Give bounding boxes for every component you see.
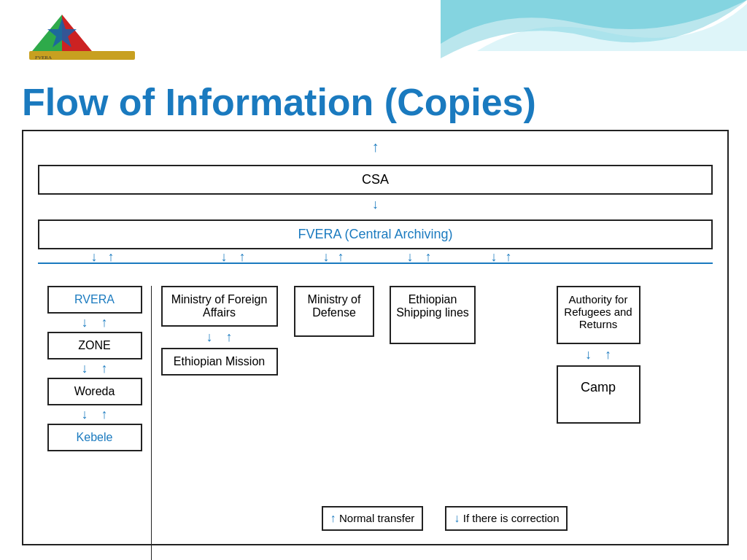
arrow-col1: ↓ [91, 249, 98, 265]
down-arrow-col2: ↓ [206, 330, 213, 345]
up-arrow-col2: ↑ [226, 330, 233, 345]
col5-arrows: ↓ ↑ [585, 347, 611, 362]
arrow-col5: ↓ [491, 249, 498, 265]
fvera-h-line [38, 262, 713, 264]
correction-label: If there is correction [463, 512, 560, 524]
csa-box: CSA [38, 165, 713, 195]
col1: RVERA ↓ ↑ ZONE ↓ ↑ Woreda ↓ ↑ Kebele [38, 280, 151, 451]
zone-box: ZONE [47, 332, 142, 359]
normal-transfer-arrow: ↑ [330, 512, 339, 524]
up-arrow-zone: ↑ [101, 315, 108, 330]
top-arrow-area: ↑ [31, 139, 720, 159]
rvera-zone-arrows: ↓ ↑ [82, 315, 108, 330]
normal-transfer-box: ↑ Normal transfer [322, 506, 424, 531]
up-arrow-kebele: ↑ [101, 407, 108, 422]
shipping-box: Ethiopian Shipping lines [390, 286, 476, 344]
top-up-arrow: ↑ [372, 139, 379, 155]
normal-transfer-label: Normal transfer [339, 512, 414, 524]
arrow-col4-up: ↑ [425, 249, 432, 265]
authority-box: Authority for Refugees and Returns [557, 286, 640, 344]
correction-box: ↓ If there is correction [445, 506, 568, 531]
woreda-kebele-arrows: ↓ ↑ [82, 407, 108, 422]
col4: Ethiopian Shipping lines [382, 280, 484, 344]
woreda-box: Woreda [47, 378, 142, 405]
up-arrow-woreda: ↑ [101, 361, 108, 376]
logo-image: FVERA [22, 7, 139, 62]
down-arrow-woreda: ↓ [82, 407, 88, 422]
svg-text:FVERA: FVERA [35, 55, 52, 61]
arrow-col1-up: ↑ [108, 249, 115, 265]
fvera-row: FVERA (Central Archiving) [38, 219, 713, 249]
arrow-col2-up: ↑ [239, 249, 246, 265]
fvera-arrows-row: ↓ ↓ ↓ ↓ ↓ ↑ ↑ ↑ ↑ ↑ [38, 249, 713, 277]
col2: Ministry of Foreign Affairs ↓ ↑ Ethiopia… [152, 280, 287, 376]
legend-row: ↑ Normal transfer ↓ If there is correcti… [184, 506, 705, 531]
arrow-col3-up: ↑ [338, 249, 344, 265]
col5: Authority for Refugees and Returns ↓ ↑ C… [484, 280, 713, 424]
arrow-col3: ↓ [323, 249, 330, 265]
rvera-box: RVERA [47, 286, 142, 314]
ethiopian-mission-box: Ethiopian Mission [161, 348, 278, 376]
correction-arrow: ↓ [454, 512, 462, 524]
logo: FVERA [15, 7, 146, 73]
down-arrow-zone: ↓ [82, 361, 88, 376]
fvera-box: FVERA (Central Archiving) [38, 219, 713, 249]
kebele-box: Kebele [47, 424, 142, 451]
page-title: Flow of Information (Copies) [22, 80, 536, 124]
camp-box: Camp [557, 365, 640, 424]
zone-woreda-arrows: ↓ ↑ [82, 361, 108, 376]
arrow-col5-up: ↑ [506, 249, 512, 265]
diagram-container: ↑ CSA ↓ FVERA (Central Archiving) ↓ ↓ ↓ … [22, 130, 729, 545]
arrow-col4: ↓ [407, 249, 414, 265]
csa-to-fvera-arrow: ↓ [31, 197, 720, 212]
csa-row: CSA [38, 165, 713, 195]
wave-decoration [441, 0, 747, 73]
down-arrow-col5: ↓ [585, 347, 592, 362]
ministry-defense-box: Ministry of Defense [294, 286, 374, 337]
arrow-col2: ↓ [221, 249, 228, 265]
col2-arrows: ↓ ↑ [206, 330, 233, 345]
down-arrow-rvera: ↓ [82, 315, 88, 330]
ministry-foreign-box: Ministry of Foreign Affairs [161, 286, 278, 327]
col3: Ministry of Defense [287, 280, 382, 337]
up-arrow-col5: ↑ [605, 347, 611, 362]
